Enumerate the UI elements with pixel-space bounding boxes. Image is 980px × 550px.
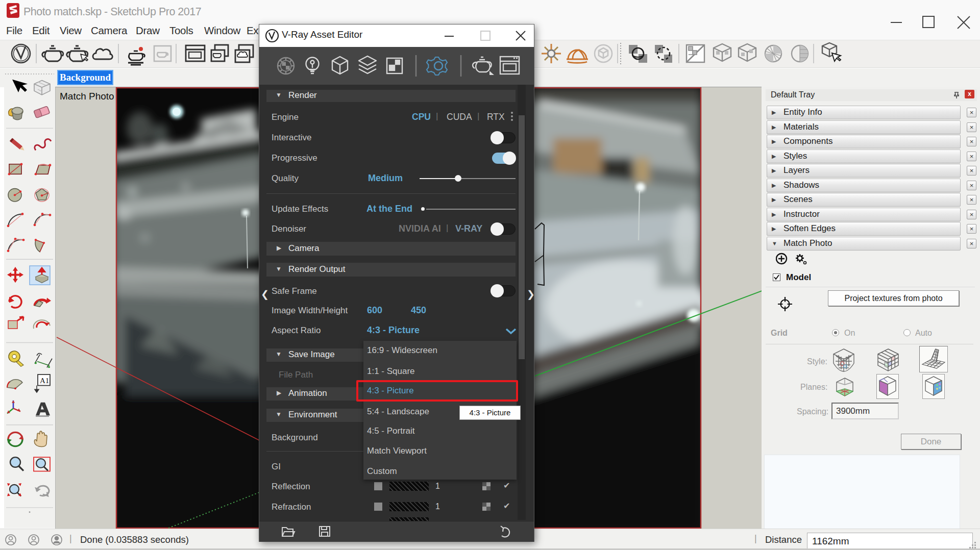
svg-text:A1: A1 [40, 377, 49, 385]
